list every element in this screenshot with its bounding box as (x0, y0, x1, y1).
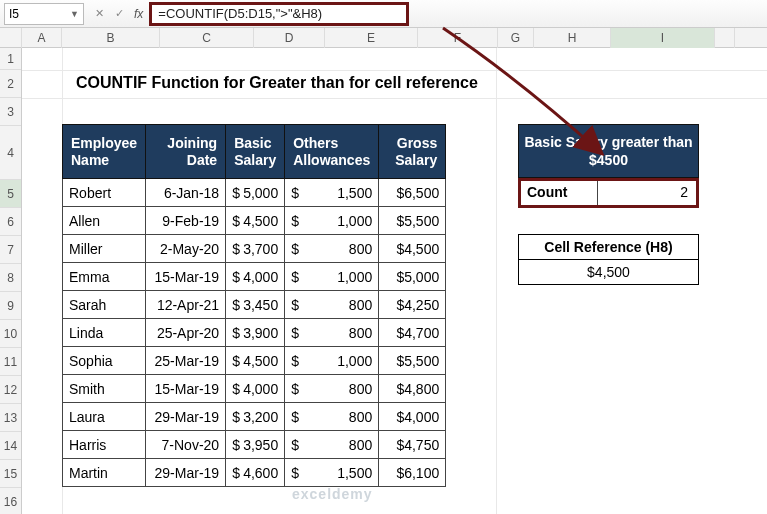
cell-salary[interactable]: $5,000 (226, 179, 285, 207)
col-J[interactable] (715, 28, 735, 48)
cell-date[interactable]: 9-Feb-19 (146, 207, 226, 235)
table-row[interactable]: Martin29-Mar-19$4,600$1,500$6,100 (63, 459, 446, 487)
table-row[interactable]: Miller2-May-20$3,700$800$4,500 (63, 235, 446, 263)
formula-bar[interactable]: =COUNTIF(D5:D15,">"&H8) (149, 2, 409, 26)
cell-gross[interactable]: $4,800 (379, 375, 446, 403)
table-row[interactable]: Robert6-Jan-18$5,000$1,500$6,500 (63, 179, 446, 207)
col-A[interactable]: A (22, 28, 62, 48)
cell-gross[interactable]: $4,000 (379, 403, 446, 431)
col-D[interactable]: D (254, 28, 325, 48)
col-G[interactable]: G (498, 28, 534, 48)
cell-date[interactable]: 6-Jan-18 (146, 179, 226, 207)
cell-gross[interactable]: $5,500 (379, 347, 446, 375)
cell-name[interactable]: Laura (63, 403, 146, 431)
cell-allow[interactable]: $800 (285, 319, 379, 347)
cell-gross[interactable]: $4,250 (379, 291, 446, 319)
cell-allow[interactable]: $800 (285, 235, 379, 263)
cell-date[interactable]: 12-Apr-21 (146, 291, 226, 319)
col-B[interactable]: B (62, 28, 160, 48)
cell-name[interactable]: Martin (63, 459, 146, 487)
cell-date[interactable]: 2-May-20 (146, 235, 226, 263)
cell-gross[interactable]: $5,500 (379, 207, 446, 235)
cell-allow[interactable]: $1,500 (285, 459, 379, 487)
cell-allow[interactable]: $800 (285, 431, 379, 459)
col-H[interactable]: H (534, 28, 611, 48)
cell-date[interactable]: 7-Nov-20 (146, 431, 226, 459)
cell-salary[interactable]: $4,000 (226, 375, 285, 403)
header-salary[interactable]: Basic Salary (226, 125, 285, 179)
cell-name[interactable]: Linda (63, 319, 146, 347)
enter-icon[interactable]: ✓ (110, 5, 128, 23)
table-row[interactable]: Harris7-Nov-20$3,950$800$4,750 (63, 431, 446, 459)
fx-icon[interactable]: fx (134, 7, 143, 21)
cell-name[interactable]: Sarah (63, 291, 146, 319)
row-6[interactable]: 6 (0, 208, 21, 236)
table-row[interactable]: Sarah12-Apr-21$3,450$800$4,250 (63, 291, 446, 319)
cell-grid[interactable]: COUNTIF Function for Greater than for ce… (22, 48, 767, 514)
table-row[interactable]: Smith15-Mar-19$4,000$800$4,800 (63, 375, 446, 403)
name-box[interactable]: I5 ▼ (4, 3, 84, 25)
row-2[interactable]: 2 (0, 70, 21, 98)
row-15[interactable]: 15 (0, 460, 21, 488)
row-12[interactable]: 12 (0, 376, 21, 404)
row-13[interactable]: 13 (0, 404, 21, 432)
cell-salary[interactable]: $3,200 (226, 403, 285, 431)
cell-salary[interactable]: $4,500 (226, 207, 285, 235)
cell-salary[interactable]: $4,600 (226, 459, 285, 487)
row-8[interactable]: 8 (0, 264, 21, 292)
row-4[interactable]: 4 (0, 126, 21, 180)
cell-date[interactable]: 29-Mar-19 (146, 403, 226, 431)
cell-gross[interactable]: $4,700 (379, 319, 446, 347)
table-row[interactable]: Sophia25-Mar-19$4,500$1,000$5,500 (63, 347, 446, 375)
table-row[interactable]: Linda25-Apr-20$3,900$800$4,700 (63, 319, 446, 347)
cell-salary[interactable]: $4,000 (226, 263, 285, 291)
cell-date[interactable]: 15-Mar-19 (146, 375, 226, 403)
cell-gross[interactable]: $4,750 (379, 431, 446, 459)
cell-date[interactable]: 15-Mar-19 (146, 263, 226, 291)
cell-name[interactable]: Sophia (63, 347, 146, 375)
cell-allow[interactable]: $1,000 (285, 207, 379, 235)
cell-salary[interactable]: $3,900 (226, 319, 285, 347)
table-row[interactable]: Allen9-Feb-19$4,500$1,000$5,500 (63, 207, 446, 235)
row-1[interactable]: 1 (0, 48, 21, 70)
cell-name[interactable]: Miller (63, 235, 146, 263)
row-14[interactable]: 14 (0, 432, 21, 460)
row-5[interactable]: 5 (0, 180, 21, 208)
row-3[interactable]: 3 (0, 98, 21, 126)
cell-allow[interactable]: $800 (285, 375, 379, 403)
cell-name[interactable]: Emma (63, 263, 146, 291)
col-E[interactable]: E (325, 28, 418, 48)
cancel-icon[interactable]: ✕ (90, 5, 108, 23)
table-row[interactable]: Emma15-Mar-19$4,000$1,000$5,000 (63, 263, 446, 291)
cell-name[interactable]: Allen (63, 207, 146, 235)
row-11[interactable]: 11 (0, 348, 21, 376)
header-date[interactable]: Joining Date (146, 125, 226, 179)
header-allow[interactable]: Others Allowances (285, 125, 379, 179)
cell-name[interactable]: Smith (63, 375, 146, 403)
cell-gross[interactable]: $6,100 (379, 459, 446, 487)
cell-gross[interactable]: $5,000 (379, 263, 446, 291)
result-header[interactable]: Basic Salary greater than $4500 (518, 124, 699, 178)
cell-date[interactable]: 25-Apr-20 (146, 319, 226, 347)
select-all-corner[interactable] (0, 28, 22, 48)
cell-date[interactable]: 29-Mar-19 (146, 459, 226, 487)
cell-allow[interactable]: $1,500 (285, 179, 379, 207)
cell-salary[interactable]: $3,950 (226, 431, 285, 459)
cell-allow[interactable]: $800 (285, 291, 379, 319)
row-16[interactable]: 16 (0, 488, 21, 514)
cellref-value[interactable]: $4,500 (518, 260, 699, 285)
col-C[interactable]: C (160, 28, 254, 48)
header-gross[interactable]: Gross Salary (379, 125, 446, 179)
chevron-down-icon[interactable]: ▼ (70, 9, 79, 19)
table-row[interactable]: Laura29-Mar-19$3,200$800$4,000 (63, 403, 446, 431)
cell-allow[interactable]: $1,000 (285, 347, 379, 375)
cell-gross[interactable]: $4,500 (379, 235, 446, 263)
cell-gross[interactable]: $6,500 (379, 179, 446, 207)
cell-name[interactable]: Robert (63, 179, 146, 207)
row-9[interactable]: 9 (0, 292, 21, 320)
row-10[interactable]: 10 (0, 320, 21, 348)
result-row[interactable]: Count 2 (518, 178, 699, 208)
row-7[interactable]: 7 (0, 236, 21, 264)
header-name[interactable]: Employee Name (63, 125, 146, 179)
cellref-header[interactable]: Cell Reference (H8) (518, 234, 699, 260)
